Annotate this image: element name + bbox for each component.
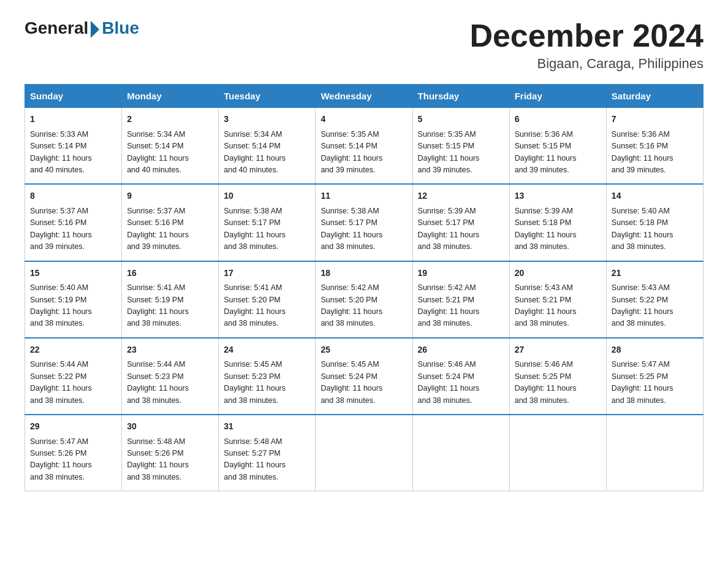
- day-number: 21: [612, 267, 698, 280]
- calendar-week-row: 29Sunrise: 5:47 AMSunset: 5:26 PMDayligh…: [25, 415, 703, 491]
- calendar-cell: 30Sunrise: 5:48 AMSunset: 5:26 PMDayligh…: [122, 415, 219, 491]
- calendar-cell: 27Sunrise: 5:46 AMSunset: 5:25 PMDayligh…: [509, 338, 606, 415]
- day-info: Sunrise: 5:44 AMSunset: 5:22 PMDaylight:…: [30, 360, 92, 404]
- day-info: Sunrise: 5:47 AMSunset: 5:25 PMDaylight:…: [612, 360, 673, 404]
- day-number: 10: [224, 190, 310, 203]
- calendar-cell: 10Sunrise: 5:38 AMSunset: 5:17 PMDayligh…: [219, 184, 316, 261]
- calendar-cell: 4Sunrise: 5:35 AMSunset: 5:14 PMDaylight…: [316, 108, 412, 185]
- day-number: 20: [515, 267, 601, 280]
- col-monday: Monday: [122, 85, 219, 108]
- logo-arrow-icon: [91, 21, 99, 38]
- calendar-week-row: 15Sunrise: 5:40 AMSunset: 5:19 PMDayligh…: [25, 261, 703, 338]
- day-number: 4: [320, 113, 407, 126]
- day-number: 26: [418, 343, 504, 357]
- calendar-cell: [606, 415, 703, 491]
- location-subtitle: Bigaan, Caraga, Philippines: [469, 56, 703, 72]
- day-info: Sunrise: 5:38 AMSunset: 5:17 PMDaylight:…: [224, 207, 286, 251]
- calendar-cell: 15Sunrise: 5:40 AMSunset: 5:19 PMDayligh…: [25, 261, 122, 338]
- calendar-table: Sunday Monday Tuesday Wednesday Thursday…: [25, 84, 703, 491]
- calendar-cell: 28Sunrise: 5:47 AMSunset: 5:25 PMDayligh…: [606, 338, 703, 415]
- day-info: Sunrise: 5:43 AMSunset: 5:22 PMDaylight:…: [612, 283, 673, 327]
- calendar-week-row: 22Sunrise: 5:44 AMSunset: 5:22 PMDayligh…: [25, 338, 703, 415]
- calendar-cell: 6Sunrise: 5:36 AMSunset: 5:15 PMDaylight…: [509, 108, 606, 185]
- day-info: Sunrise: 5:40 AMSunset: 5:18 PMDaylight:…: [612, 207, 673, 251]
- calendar-week-row: 1Sunrise: 5:33 AMSunset: 5:14 PMDaylight…: [25, 108, 703, 185]
- day-info: Sunrise: 5:47 AMSunset: 5:26 PMDaylight:…: [30, 437, 92, 481]
- calendar-cell: 14Sunrise: 5:40 AMSunset: 5:18 PMDayligh…: [606, 184, 703, 261]
- day-info: Sunrise: 5:37 AMSunset: 5:16 PMDaylight:…: [30, 207, 92, 251]
- day-number: 19: [418, 267, 504, 280]
- calendar-cell: 12Sunrise: 5:39 AMSunset: 5:17 PMDayligh…: [412, 184, 509, 261]
- calendar-cell: 26Sunrise: 5:46 AMSunset: 5:24 PMDayligh…: [412, 338, 509, 415]
- day-info: Sunrise: 5:45 AMSunset: 5:24 PMDaylight:…: [320, 360, 382, 404]
- day-number: 11: [320, 190, 407, 203]
- day-number: 2: [127, 113, 213, 126]
- calendar-cell: 13Sunrise: 5:39 AMSunset: 5:18 PMDayligh…: [509, 184, 606, 261]
- day-number: 30: [127, 420, 213, 434]
- calendar-cell: [412, 415, 509, 491]
- header-row: Sunday Monday Tuesday Wednesday Thursday…: [25, 85, 703, 108]
- title-area: December 2024 Bigaan, Caraga, Philippine…: [469, 18, 703, 72]
- day-number: 13: [515, 190, 601, 203]
- day-info: Sunrise: 5:48 AMSunset: 5:27 PMDaylight:…: [224, 437, 286, 481]
- day-number: 22: [30, 343, 116, 357]
- day-info: Sunrise: 5:39 AMSunset: 5:17 PMDaylight:…: [418, 207, 480, 251]
- day-number: 18: [320, 267, 407, 280]
- day-info: Sunrise: 5:48 AMSunset: 5:26 PMDaylight:…: [127, 437, 189, 481]
- calendar-cell: 19Sunrise: 5:42 AMSunset: 5:21 PMDayligh…: [412, 261, 509, 338]
- logo-general-text: General: [25, 18, 88, 38]
- day-number: 3: [224, 113, 310, 126]
- calendar-cell: 5Sunrise: 5:35 AMSunset: 5:15 PMDaylight…: [412, 108, 509, 185]
- calendar-cell: 18Sunrise: 5:42 AMSunset: 5:20 PMDayligh…: [316, 261, 412, 338]
- day-info: Sunrise: 5:43 AMSunset: 5:21 PMDaylight:…: [515, 283, 577, 327]
- day-info: Sunrise: 5:44 AMSunset: 5:23 PMDaylight:…: [127, 360, 189, 404]
- calendar-cell: [316, 415, 412, 491]
- calendar-cell: 1Sunrise: 5:33 AMSunset: 5:14 PMDaylight…: [25, 108, 122, 185]
- col-saturday: Saturday: [606, 85, 703, 108]
- day-info: Sunrise: 5:38 AMSunset: 5:17 PMDaylight:…: [320, 207, 382, 251]
- day-number: 8: [30, 190, 116, 203]
- calendar-header: Sunday Monday Tuesday Wednesday Thursday…: [25, 85, 703, 108]
- day-number: 14: [612, 190, 698, 203]
- day-info: Sunrise: 5:33 AMSunset: 5:14 PMDaylight:…: [30, 130, 92, 174]
- day-info: Sunrise: 5:39 AMSunset: 5:18 PMDaylight:…: [515, 207, 577, 251]
- day-info: Sunrise: 5:36 AMSunset: 5:15 PMDaylight:…: [515, 130, 577, 174]
- day-info: Sunrise: 5:36 AMSunset: 5:16 PMDaylight:…: [612, 130, 673, 174]
- day-number: 29: [30, 420, 116, 434]
- day-info: Sunrise: 5:34 AMSunset: 5:14 PMDaylight:…: [224, 130, 286, 174]
- day-info: Sunrise: 5:40 AMSunset: 5:19 PMDaylight:…: [30, 283, 92, 327]
- calendar-cell: 24Sunrise: 5:45 AMSunset: 5:23 PMDayligh…: [219, 338, 316, 415]
- calendar-cell: 9Sunrise: 5:37 AMSunset: 5:16 PMDaylight…: [122, 184, 219, 261]
- calendar-cell: 7Sunrise: 5:36 AMSunset: 5:16 PMDaylight…: [606, 108, 703, 185]
- day-number: 27: [515, 343, 601, 357]
- day-number: 31: [224, 420, 310, 434]
- calendar-cell: 3Sunrise: 5:34 AMSunset: 5:14 PMDaylight…: [219, 108, 316, 185]
- calendar-cell: 21Sunrise: 5:43 AMSunset: 5:22 PMDayligh…: [606, 261, 703, 338]
- calendar-cell: 29Sunrise: 5:47 AMSunset: 5:26 PMDayligh…: [25, 415, 122, 491]
- calendar-cell: 23Sunrise: 5:44 AMSunset: 5:23 PMDayligh…: [122, 338, 219, 415]
- calendar-body: 1Sunrise: 5:33 AMSunset: 5:14 PMDaylight…: [25, 108, 703, 491]
- calendar-week-row: 8Sunrise: 5:37 AMSunset: 5:16 PMDaylight…: [25, 184, 703, 261]
- col-sunday: Sunday: [25, 85, 122, 108]
- day-info: Sunrise: 5:35 AMSunset: 5:14 PMDaylight:…: [320, 130, 382, 174]
- calendar-cell: 16Sunrise: 5:41 AMSunset: 5:19 PMDayligh…: [122, 261, 219, 338]
- day-number: 16: [127, 267, 213, 280]
- logo-blue-text: Blue: [102, 18, 139, 38]
- day-number: 5: [418, 113, 504, 126]
- day-number: 17: [224, 267, 310, 280]
- col-wednesday: Wednesday: [316, 85, 412, 108]
- calendar-cell: [509, 415, 606, 491]
- calendar-cell: 11Sunrise: 5:38 AMSunset: 5:17 PMDayligh…: [316, 184, 412, 261]
- day-number: 9: [127, 190, 213, 203]
- day-number: 23: [127, 343, 213, 357]
- day-info: Sunrise: 5:45 AMSunset: 5:23 PMDaylight:…: [224, 360, 286, 404]
- day-info: Sunrise: 5:41 AMSunset: 5:20 PMDaylight:…: [224, 283, 286, 327]
- day-info: Sunrise: 5:46 AMSunset: 5:25 PMDaylight:…: [515, 360, 577, 404]
- calendar-cell: 8Sunrise: 5:37 AMSunset: 5:16 PMDaylight…: [25, 184, 122, 261]
- col-friday: Friday: [509, 85, 606, 108]
- day-info: Sunrise: 5:42 AMSunset: 5:21 PMDaylight:…: [418, 283, 480, 327]
- day-number: 7: [612, 113, 698, 126]
- day-number: 6: [515, 113, 601, 126]
- calendar-cell: 31Sunrise: 5:48 AMSunset: 5:27 PMDayligh…: [219, 415, 316, 491]
- calendar-cell: 20Sunrise: 5:43 AMSunset: 5:21 PMDayligh…: [509, 261, 606, 338]
